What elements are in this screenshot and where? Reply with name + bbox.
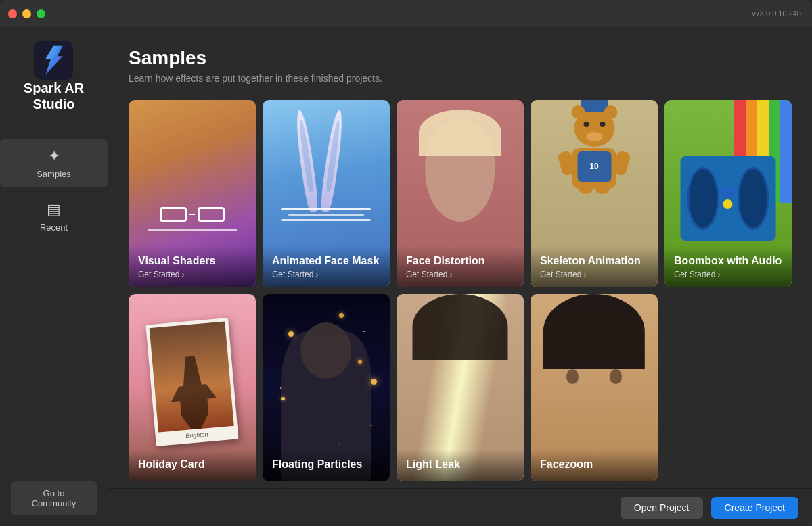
app-name-line1: Spark AR <box>24 80 84 95</box>
card-light-leak-overlay: Light Leak <box>397 450 524 481</box>
sidebar-nav: ✦ Samples ▤ Recent <box>0 139 108 241</box>
samples-grid: Visual Shaders Get Started › <box>129 100 792 488</box>
card-holiday-card[interactable]: Brighton Holiday Card <box>129 294 256 481</box>
card-visual-shaders-link[interactable]: Get Started › <box>138 270 246 279</box>
sidebar-item-samples[interactable]: ✦ Samples <box>0 139 108 187</box>
app-name: Spark AR Studio <box>24 80 84 112</box>
card-floating-particles-title: Floating Particles <box>272 458 380 471</box>
sidebar-item-recent[interactable]: ▤ Recent <box>0 193 108 241</box>
card-face-distortion-link[interactable]: Get Started › <box>406 270 514 279</box>
page-title: Samples <box>129 47 792 69</box>
recent-icon: ▤ <box>47 201 61 218</box>
card-boombox-title: Boombox with Audio <box>674 254 782 267</box>
app-name-line2: Studio <box>32 97 74 112</box>
card-visual-shaders-overlay: Visual Shaders Get Started › <box>129 246 256 287</box>
recent-label: Recent <box>40 222 68 233</box>
page-subtitle: Learn how effects are put together in th… <box>129 73 792 84</box>
bottom-bar: Open Project Create Project <box>108 488 812 526</box>
close-button[interactable] <box>8 9 17 18</box>
card-boombox-overlay: Boombox with Audio Get Started › <box>664 246 792 287</box>
card-boombox-audio[interactable]: Boombox with Audio Get Started › <box>664 100 792 287</box>
open-project-button[interactable]: Open Project <box>621 497 703 519</box>
community-button[interactable]: Go to Community <box>11 481 97 515</box>
card-holiday-card-overlay: Holiday Card <box>129 450 256 481</box>
arrow-icon-2: › <box>315 270 318 279</box>
card-animated-face-mask-title: Animated Face Mask <box>272 254 380 267</box>
card-holiday-card-title: Holiday Card <box>138 458 246 471</box>
create-project-button[interactable]: Create Project <box>711 497 798 519</box>
sidebar-bottom-area: Go to Community <box>0 471 108 526</box>
samples-icon: ✦ <box>48 147 60 165</box>
card-floating-particles[interactable]: Floating Particles <box>263 294 390 481</box>
samples-label: Samples <box>37 169 71 179</box>
spark-logo <box>34 41 73 80</box>
card-floating-particles-overlay: Floating Particles <box>263 450 390 481</box>
card-animated-face-mask-link[interactable]: Get Started › <box>272 270 380 279</box>
card-skeleton-animation[interactable]: 10 Skel <box>531 100 658 287</box>
card-visual-shaders-title: Visual Shaders <box>138 254 246 267</box>
app-body: Spark AR Studio ✦ Samples ▤ Recent Go to… <box>0 27 812 526</box>
card-boombox-link[interactable]: Get Started › <box>674 270 782 279</box>
main-content: Samples Learn how effects are put togeth… <box>108 27 812 488</box>
card-skeleton-animation-link[interactable]: Get Started › <box>540 270 648 279</box>
arrow-icon-3: › <box>449 270 452 279</box>
arrow-icon: › <box>181 270 184 279</box>
card-facezoom-overlay: Facezoom <box>531 450 658 481</box>
arrow-icon-5: › <box>717 270 720 279</box>
sidebar: Spark AR Studio ✦ Samples ▤ Recent Go to… <box>0 27 108 526</box>
card-facezoom-title: Facezoom <box>540 458 648 471</box>
card-visual-shaders[interactable]: Visual Shaders Get Started › <box>129 100 256 287</box>
maximize-button[interactable] <box>37 9 45 18</box>
arrow-icon-4: › <box>583 270 586 279</box>
card-animated-face-mask-overlay: Animated Face Mask Get Started › <box>263 246 390 287</box>
card-skeleton-animation-overlay: Skeleton Animation Get Started › <box>531 246 658 287</box>
card-facezoom[interactable]: Facezoom <box>531 294 658 481</box>
card-animated-face-mask[interactable]: Animated Face Mask Get Started › <box>263 100 390 287</box>
card-light-leak[interactable]: Light Leak <box>397 294 524 481</box>
logo-container: Spark AR Studio <box>24 41 84 112</box>
card-face-distortion-title: Face Distortion <box>406 254 514 267</box>
card-face-distortion[interactable]: Face Distortion Get Started › <box>397 100 524 287</box>
version-label: v73.0.0.10.240 <box>752 9 801 18</box>
polaroid: Brighton <box>145 317 238 446</box>
minimize-button[interactable] <box>22 9 31 18</box>
traffic-lights <box>8 9 45 18</box>
card-light-leak-title: Light Leak <box>406 458 514 471</box>
titlebar: v73.0.0.10.240 <box>0 0 812 27</box>
card-face-distortion-overlay: Face Distortion Get Started › <box>397 246 524 287</box>
card-skeleton-animation-title: Skeleton Animation <box>540 254 648 267</box>
